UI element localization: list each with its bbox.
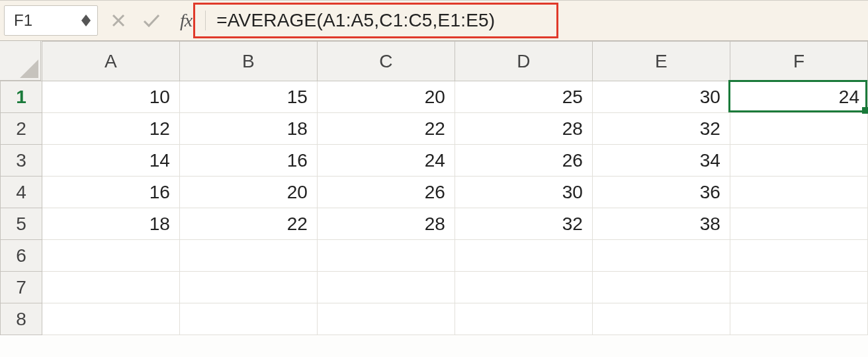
cell-A5[interactable]: 18 bbox=[42, 208, 179, 240]
name-box-area: F1 bbox=[4, 5, 98, 36]
chevron-down-icon bbox=[81, 20, 91, 26]
cell-A1[interactable]: 10 bbox=[42, 81, 179, 113]
cell-F4[interactable] bbox=[730, 177, 867, 208]
name-box-value: F1 bbox=[14, 11, 80, 30]
col-header-F[interactable]: F bbox=[730, 42, 867, 81]
cell-F2[interactable] bbox=[730, 113, 867, 145]
cell-F3[interactable] bbox=[730, 145, 867, 177]
select-all-corner[interactable] bbox=[0, 41, 41, 81]
row-header-8[interactable]: 8 bbox=[1, 303, 42, 335]
cell-E8[interactable] bbox=[592, 303, 730, 335]
cell-A8[interactable] bbox=[42, 303, 179, 335]
row-header-6[interactable]: 6 bbox=[1, 240, 42, 272]
cell-C6[interactable] bbox=[317, 240, 455, 272]
row-header-3[interactable]: 3 bbox=[1, 145, 42, 177]
grid-table: A B C D E F 1101520253024212182228323141… bbox=[0, 41, 868, 335]
cell-E7[interactable] bbox=[592, 272, 730, 303]
col-header-C[interactable]: C bbox=[317, 42, 455, 81]
cell-B6[interactable] bbox=[179, 240, 317, 272]
formula-bar-buttons bbox=[107, 9, 163, 32]
cell-C1[interactable]: 20 bbox=[317, 81, 455, 113]
enter-button[interactable] bbox=[140, 9, 163, 32]
cell-B2[interactable]: 18 bbox=[179, 113, 317, 145]
check-icon bbox=[143, 13, 160, 28]
cell-F8[interactable] bbox=[730, 303, 867, 335]
cell-D1[interactable]: 25 bbox=[455, 81, 592, 113]
cell-E4[interactable]: 36 bbox=[592, 177, 730, 208]
col-header-D[interactable]: D bbox=[455, 42, 592, 81]
cell-B4[interactable]: 20 bbox=[179, 177, 317, 208]
cell-E6[interactable] bbox=[592, 240, 730, 272]
cell-A6[interactable] bbox=[42, 240, 179, 272]
cancel-button[interactable] bbox=[107, 9, 130, 32]
cell-E1[interactable]: 30 bbox=[592, 81, 730, 113]
cell-D2[interactable]: 28 bbox=[455, 113, 592, 145]
cell-C4[interactable]: 26 bbox=[317, 177, 455, 208]
cell-F6[interactable] bbox=[730, 240, 867, 272]
row-header-5[interactable]: 5 bbox=[1, 208, 42, 240]
cell-F1[interactable]: 24 bbox=[730, 81, 867, 113]
cell-B5[interactable]: 22 bbox=[179, 208, 317, 240]
cell-B7[interactable] bbox=[179, 272, 317, 303]
row-header-7[interactable]: 7 bbox=[1, 272, 42, 303]
cell-E3[interactable]: 34 bbox=[592, 145, 730, 177]
row-header-1[interactable]: 1 bbox=[1, 81, 42, 113]
cell-C8[interactable] bbox=[317, 303, 455, 335]
spreadsheet-grid: A B C D E F 1101520253024212182228323141… bbox=[0, 41, 868, 335]
col-header-B[interactable]: B bbox=[179, 42, 317, 81]
svg-marker-4 bbox=[20, 60, 38, 78]
cell-D5[interactable]: 32 bbox=[455, 208, 592, 240]
fx-divider bbox=[205, 11, 206, 30]
cell-A2[interactable]: 12 bbox=[42, 113, 179, 145]
cell-C7[interactable] bbox=[317, 272, 455, 303]
cell-D3[interactable]: 26 bbox=[455, 145, 592, 177]
formula-area: fx =AVERAGE(A1:A5,C1:C5,E1:E5) bbox=[169, 5, 864, 36]
cell-B3[interactable]: 16 bbox=[179, 145, 317, 177]
formula-input[interactable]: =AVERAGE(A1:A5,C1:C5,E1:E5) bbox=[216, 10, 495, 31]
cell-E5[interactable]: 38 bbox=[592, 208, 730, 240]
name-box-spinner[interactable] bbox=[80, 15, 92, 26]
cell-D4[interactable]: 30 bbox=[455, 177, 592, 208]
cell-F7[interactable] bbox=[730, 272, 867, 303]
col-header-E[interactable]: E bbox=[592, 42, 730, 81]
cell-B8[interactable] bbox=[179, 303, 317, 335]
cell-D8[interactable] bbox=[455, 303, 592, 335]
cell-A7[interactable] bbox=[42, 272, 179, 303]
cell-C5[interactable]: 28 bbox=[317, 208, 455, 240]
cancel-icon bbox=[111, 13, 126, 28]
svg-marker-0 bbox=[81, 15, 91, 20]
col-header-A[interactable]: A bbox=[42, 42, 179, 81]
cell-B1[interactable]: 15 bbox=[179, 81, 317, 113]
cell-C3[interactable]: 24 bbox=[317, 145, 455, 177]
row-header-2[interactable]: 2 bbox=[1, 113, 42, 145]
cell-A3[interactable]: 14 bbox=[42, 145, 179, 177]
cell-D7[interactable] bbox=[455, 272, 592, 303]
select-all-icon bbox=[20, 60, 38, 78]
name-box[interactable]: F1 bbox=[4, 5, 98, 36]
fx-label[interactable]: fx bbox=[180, 10, 192, 31]
svg-marker-1 bbox=[81, 20, 91, 26]
chevron-up-icon bbox=[81, 15, 91, 20]
cell-E2[interactable]: 32 bbox=[592, 113, 730, 145]
formula-bar: F1 fx =AVERAGE(A1:A5,C1:C5,E1:E5) bbox=[0, 0, 868, 41]
cell-A4[interactable]: 16 bbox=[42, 177, 179, 208]
row-header-4[interactable]: 4 bbox=[1, 177, 42, 208]
cell-F5[interactable] bbox=[730, 208, 867, 240]
cell-D6[interactable] bbox=[455, 240, 592, 272]
cell-C2[interactable]: 22 bbox=[317, 113, 455, 145]
